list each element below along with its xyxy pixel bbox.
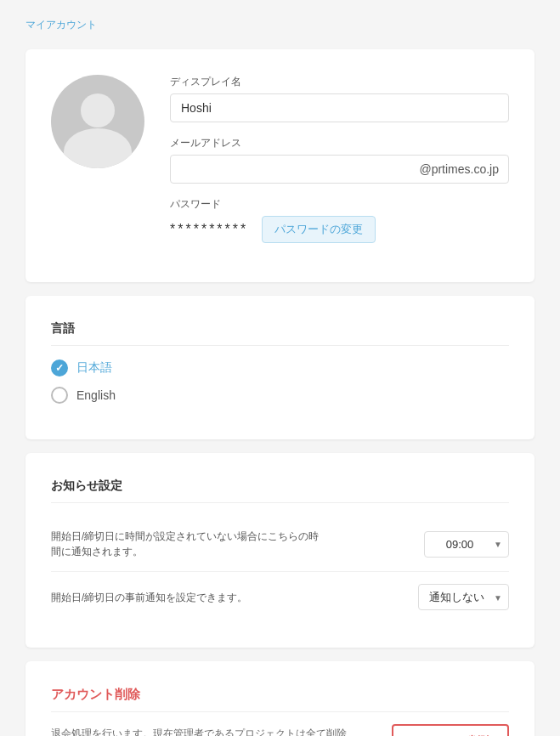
delete-account-card: アカウント削除 退会処理を行います。現在管理者であるプロジェクトは全て削除され復…	[25, 661, 535, 736]
notification-description-1: 開始日/締切日の事前通知を設定できます。	[51, 590, 247, 605]
notification-row-0: 開始日/締切日に時間が設定されていない場合にこちらの時間に通知されます。 06:…	[51, 517, 509, 572]
delete-btn-area: ➜ アカウント削除	[368, 724, 509, 736]
lang-option-ja[interactable]: 日本語	[51, 360, 509, 376]
radio-ja[interactable]	[51, 360, 68, 376]
avatar	[51, 75, 144, 168]
advance-select[interactable]: 通知しない 1日前 2日前 3日前 1週間前	[418, 584, 509, 610]
lang-label-ja: 日本語	[76, 360, 112, 376]
profile-card: ディスプレイ名 メールアドレス @prtimes.co.jp パスワード ***…	[25, 49, 535, 282]
email-group: メールアドレス @prtimes.co.jp	[170, 136, 509, 184]
password-dots: **********	[170, 222, 248, 237]
notification-section-title: お知らせ設定	[51, 478, 509, 503]
password-group: パスワード ********** パスワードの変更	[170, 197, 509, 243]
display-name-input[interactable]	[170, 93, 509, 122]
password-label: パスワード	[170, 197, 509, 212]
breadcrumb[interactable]: マイアカウント	[25, 18, 97, 32]
display-name-group: ディスプレイ名	[170, 75, 509, 122]
notification-card: お知らせ設定 開始日/締切日に時間が設定されていない場合にこちらの時間に通知され…	[25, 453, 535, 648]
time-select[interactable]: 06:00 07:00 08:00 09:00 10:00 11:00 12:0…	[424, 531, 509, 558]
page-container: マイアカウント ディスプレイ名 メールアドレス @prtimes.	[0, 0, 560, 736]
notification-row-1: 開始日/締切日の事前通知を設定できます。 通知しない 1日前 2日前 3日前 1…	[51, 572, 509, 622]
advance-select-container: 通知しない 1日前 2日前 3日前 1週間前 ▼	[418, 584, 509, 610]
lang-option-en[interactable]: English	[51, 387, 509, 404]
avatar-head	[81, 93, 115, 127]
avatar-body	[64, 128, 132, 168]
email-input-wrapper: @prtimes.co.jp	[170, 155, 509, 184]
language-card: 言語 日本語 English	[25, 296, 535, 439]
arrow-right-icon: ➜	[368, 730, 385, 736]
change-password-button[interactable]: パスワードの変更	[262, 216, 376, 243]
delete-account-button[interactable]: アカウント削除	[392, 724, 509, 736]
profile-fields: ディスプレイ名 メールアドレス @prtimes.co.jp パスワード ***…	[170, 75, 509, 257]
delete-account-title: アカウント削除	[51, 687, 509, 712]
time-select-container: 06:00 07:00 08:00 09:00 10:00 11:00 12:0…	[424, 531, 509, 558]
avatar-circle	[51, 75, 144, 168]
password-row: ********** パスワードの変更	[170, 216, 509, 243]
language-section-title: 言語	[51, 321, 509, 346]
delete-account-description: 退会処理を行います。現在管理者であるプロジェクトは全て削除され復旧はできません。	[51, 726, 354, 736]
display-name-label: ディスプレイ名	[170, 75, 509, 89]
lang-label-en: English	[76, 388, 116, 402]
radio-en[interactable]	[51, 387, 68, 404]
email-domain: @prtimes.co.jp	[419, 162, 499, 176]
notification-description-0: 開始日/締切日に時間が設定されていない場合にこちらの時間に通知されます。	[51, 529, 323, 559]
email-label: メールアドレス	[170, 136, 509, 150]
delete-account-body: 退会処理を行います。現在管理者であるプロジェクトは全て削除され復旧はできません。…	[51, 724, 509, 736]
